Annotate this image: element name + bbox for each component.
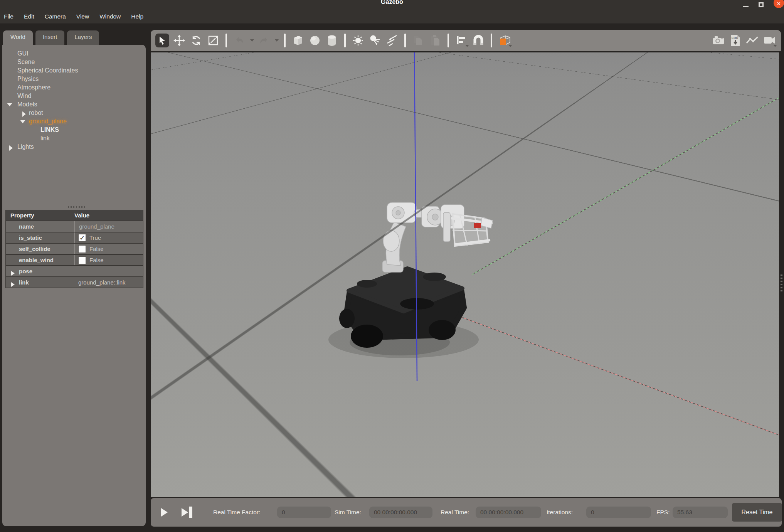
property-row-enable-wind[interactable]: enable_wind False (6, 254, 143, 265)
menu-help[interactable]: Help (131, 13, 143, 20)
gazebo-window: Gazebo File Edit Camera View Window Help… (0, 0, 784, 532)
checkbox-unchecked-icon[interactable] (78, 245, 86, 253)
tab-insert[interactable]: Insert (35, 30, 65, 45)
align-button[interactable] (454, 34, 468, 47)
expander-icon[interactable] (7, 103, 12, 106)
translate-tool-button[interactable] (172, 34, 186, 47)
tab-layers[interactable]: Layers (67, 30, 99, 45)
menu-window[interactable]: Window (99, 13, 121, 20)
reset-time-button[interactable]: Reset Time (732, 503, 782, 522)
point-light-button[interactable] (351, 34, 365, 47)
tree-item-gui[interactable]: GUI (2, 49, 146, 58)
property-label: self_collide (6, 246, 74, 252)
video-camera-icon (763, 35, 776, 45)
tree-item-ground-plane[interactable]: ground_plane (2, 117, 146, 126)
tree-item-label: robot (29, 109, 43, 117)
property-row-is-static[interactable]: is_static True (6, 232, 143, 243)
insert-sphere-button[interactable] (308, 34, 322, 47)
snap-button[interactable] (471, 34, 485, 47)
menu-camera[interactable]: Camera (45, 13, 66, 20)
view-angle-caret-icon[interactable] (508, 45, 512, 47)
property-label: name (6, 223, 74, 230)
copy-button[interactable] (411, 34, 425, 47)
directional-light-button[interactable] (385, 34, 399, 47)
tree-item-scene[interactable]: Scene (2, 58, 146, 66)
video-options-caret-icon[interactable] (773, 45, 777, 47)
undo-history-caret-icon[interactable] (250, 39, 254, 42)
tree-item-atmosphere[interactable]: Atmosphere (2, 83, 146, 92)
align-options-caret-icon[interactable] (465, 45, 469, 47)
property-value: True (89, 234, 101, 241)
sim-time-field[interactable]: 00 00:00:00.000 (369, 507, 432, 518)
iterations-field[interactable]: 0 (586, 507, 651, 518)
undo-button[interactable] (232, 34, 246, 47)
scale-tool-button[interactable] (206, 34, 220, 47)
robot-model[interactable] (328, 202, 493, 358)
minimize-button[interactable] (743, 6, 749, 7)
robot-base (339, 268, 464, 348)
property-value: False (89, 246, 104, 252)
menu-file[interactable]: File (4, 13, 13, 20)
view-angle-button[interactable] (498, 34, 511, 47)
tree-item-wind[interactable]: Wind (2, 92, 146, 100)
select-tool-button[interactable] (155, 34, 169, 47)
checkbox-unchecked-icon[interactable] (78, 256, 86, 264)
panel-splitter-handle[interactable] (68, 206, 85, 208)
tree-item-label: link (40, 134, 50, 143)
record-video-button[interactable] (762, 34, 776, 47)
cylinder-shape-icon (326, 35, 337, 46)
scene-overlay (151, 52, 779, 497)
real-time-factor-field[interactable]: 0 (277, 507, 331, 518)
expander-icon[interactable] (11, 271, 15, 276)
redo-history-caret-icon[interactable] (275, 39, 279, 42)
tree-item-lights[interactable]: Lights (2, 143, 146, 151)
spot-light-button[interactable] (368, 34, 382, 47)
real-time-field[interactable]: 00 00:00:00.000 (476, 507, 541, 518)
redo-button[interactable] (257, 34, 271, 47)
tree-item-label: LINKS (40, 126, 59, 134)
property-header-cell: Property (6, 212, 74, 219)
property-row-link[interactable]: link ground_plane::link (6, 276, 143, 288)
step-button[interactable] (182, 507, 192, 518)
property-row-pose[interactable]: pose (6, 265, 143, 276)
tab-world[interactable]: World (3, 30, 33, 45)
fps-field[interactable]: 55.63 (673, 507, 728, 518)
checkbox-checked-icon[interactable] (78, 234, 86, 242)
expander-icon[interactable] (22, 111, 26, 117)
property-row-name[interactable]: name ground_plane (6, 221, 143, 232)
close-button[interactable] (774, 0, 784, 8)
tree-item-label: Spherical Coordinates (17, 66, 78, 75)
rotate-arrows-icon (191, 35, 202, 46)
paste-button[interactable] (428, 34, 442, 47)
tree-item-links[interactable]: LINKS (2, 126, 146, 134)
expander-icon[interactable] (11, 282, 15, 287)
tree-item-models[interactable]: Models (2, 100, 146, 109)
insert-box-button[interactable] (291, 34, 305, 47)
expander-icon[interactable] (20, 120, 25, 123)
property-table-header: Property Value (6, 210, 143, 221)
screenshot-button[interactable] (712, 34, 725, 47)
tree-item-spherical-coordinates[interactable]: Spherical Coordinates (2, 66, 146, 75)
expander-icon[interactable] (9, 145, 13, 151)
undo-arrow-icon (234, 35, 245, 46)
property-row-self-collide[interactable]: self_collide False (6, 243, 143, 254)
tree-item-robot[interactable]: robot (2, 109, 146, 117)
menu-edit[interactable]: Edit (24, 13, 34, 20)
menu-view[interactable]: View (76, 13, 89, 20)
tree-item-physics[interactable]: Physics (2, 75, 146, 83)
scene-viewport[interactable] (151, 52, 779, 497)
plot-line-icon (746, 35, 759, 45)
plot-button[interactable] (745, 34, 759, 47)
play-button[interactable] (161, 508, 168, 517)
viewport-splitter-handle[interactable] (781, 274, 782, 291)
tree-item-link[interactable]: link (2, 134, 146, 143)
redo-arrow-icon (259, 35, 269, 46)
insert-cylinder-button[interactable] (325, 34, 339, 47)
maximize-button[interactable] (759, 2, 764, 7)
point-light-icon (352, 35, 364, 46)
log-recorder-button[interactable]: LOG (728, 34, 742, 47)
view-toolbar: LOG (151, 30, 781, 52)
rotate-tool-button[interactable] (189, 34, 203, 47)
log-file-icon: LOG (730, 35, 740, 46)
real-time-label: Real Time: (441, 509, 469, 516)
